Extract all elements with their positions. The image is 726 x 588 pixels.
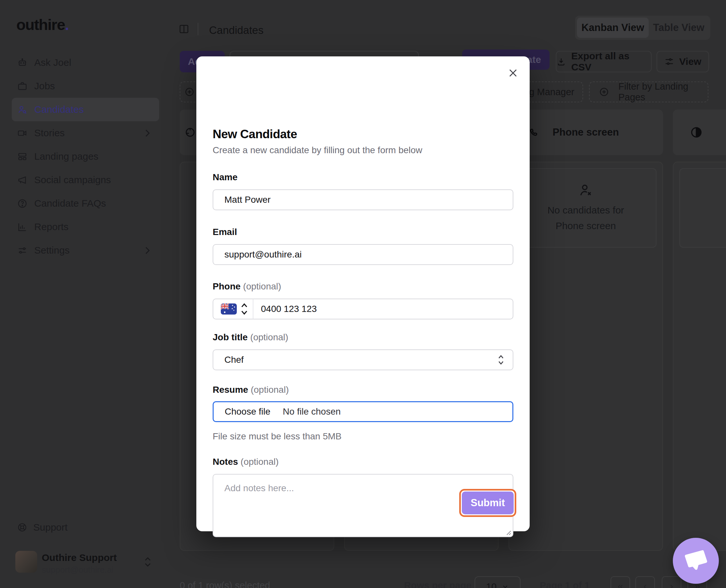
chevron-right-icon — [142, 245, 153, 256]
sidebar-item-jobs[interactable]: Jobs — [12, 74, 159, 98]
sidebar-item-reports[interactable]: Reports — [12, 215, 159, 238]
filter-by-landing-pages-chip[interactable]: Filter by Landing Pages — [589, 82, 708, 102]
job-title-select[interactable]: Chef — [213, 350, 513, 370]
sliders-icon — [17, 245, 28, 256]
sidebar-item-label: Candidates — [34, 104, 84, 115]
kanban-empty-state — [679, 168, 726, 248]
file-status-text: No file chosen — [283, 406, 341, 417]
sidebar-item-candidates[interactable]: Candidates — [12, 98, 159, 121]
email-label: Email — [213, 227, 237, 237]
stage-icon — [184, 126, 196, 138]
new-candidate-modal: New Candidate Create a new candidate by … — [196, 56, 530, 531]
pagination-next-button[interactable]: › — [662, 576, 681, 588]
chat-launcher-button[interactable] — [673, 538, 719, 584]
next-page-icon: › — [670, 581, 673, 588]
resume-file-input[interactable]: Choose file No file chosen — [213, 401, 513, 422]
export-csv-label: Export all as CSV — [571, 50, 651, 73]
job-title-optional-label: (optional) — [250, 332, 288, 342]
view-options-button[interactable]: View — [657, 51, 709, 72]
resize-handle-icon[interactable] — [505, 529, 511, 536]
layout-icon — [17, 151, 28, 162]
sidebar-item-stories[interactable]: Stories — [12, 121, 159, 145]
robot-icon — [17, 57, 28, 68]
column-title: Phone screen — [508, 109, 663, 155]
page-size-select[interactable]: 10 — [475, 576, 521, 588]
name-label: Name — [213, 172, 238, 183]
page-info: Page 1 of 1 — [540, 580, 590, 588]
submit-button[interactable]: Submit — [462, 491, 514, 514]
submit-focus-ring: Submit — [459, 489, 516, 517]
sidebar-item-label: Stories — [34, 127, 65, 139]
sidebar-item-label: Landing pages — [34, 151, 99, 162]
country-select-icon[interactable] — [240, 301, 248, 316]
lifebuoy-icon — [17, 522, 27, 532]
video-camera-icon — [17, 128, 28, 139]
phone-optional-label: (optional) — [243, 281, 281, 291]
sidebar-toggle-icon[interactable] — [178, 23, 189, 35]
phone-label: Phone (optional) — [213, 281, 281, 292]
sidebar-item-settings[interactable]: Settings — [12, 238, 159, 262]
sidebar-item-ask-joel[interactable]: Ask Joel — [12, 51, 159, 74]
sidebar-item-social-campaigns[interactable]: Social campaigns — [12, 168, 159, 192]
kanban-column-header — [673, 109, 726, 155]
user-search-icon — [17, 104, 28, 115]
modal-subtitle: Create a new candidate by filling out th… — [213, 145, 422, 155]
bar-chart-icon — [17, 222, 28, 232]
email-field[interactable] — [213, 244, 513, 265]
sidebar-item-label: Jobs — [34, 81, 55, 91]
sidebar-item-landing-pages[interactable]: Landing pages — [12, 145, 159, 168]
chevron-right-icon — [142, 128, 153, 139]
profile-avatar[interactable] — [15, 551, 37, 573]
plus-circle-icon — [599, 87, 609, 97]
sliders-horizontal-icon — [664, 57, 674, 66]
pagination-first-button[interactable]: « — [610, 576, 630, 588]
rows-per-page-label: Rows per page — [404, 580, 471, 588]
user-x-icon — [578, 182, 593, 198]
empty-state-text: No candidates for Phone screen — [535, 203, 636, 234]
modal-title: New Candidate — [213, 127, 297, 141]
name-field[interactable] — [213, 189, 513, 210]
phone-screen-empty-state: No candidates for Phone screen — [515, 168, 657, 248]
page-title: Candidates — [209, 24, 264, 37]
phone-divider — [253, 299, 254, 319]
profile-name: Outhire Support — [42, 552, 117, 563]
close-icon[interactable] — [507, 67, 519, 79]
australia-flag-icon — [221, 303, 237, 315]
kanban-view-tab[interactable]: Kanban View — [577, 18, 649, 38]
chat-bubble-icon — [680, 547, 712, 575]
choose-file-button[interactable]: Choose file — [225, 406, 270, 417]
briefcase-icon — [17, 81, 28, 91]
export-csv-button[interactable]: Export all as CSV — [556, 51, 652, 72]
sidebar-item-label: Reports — [34, 221, 68, 232]
support-label: Support — [33, 522, 67, 533]
job-title-label: Job title (optional) — [213, 332, 288, 342]
profile-email: support@outhire.ai — [42, 565, 114, 575]
job-title-value: Chef — [224, 355, 244, 365]
resume-label: Resume (optional) — [213, 385, 289, 395]
header-divider — [198, 23, 198, 35]
profile-expand-icon[interactable] — [143, 556, 153, 568]
notes-optional-label: (optional) — [241, 457, 279, 467]
landing-pages-chip-label: Filter by Landing Pages — [618, 81, 708, 103]
help-circle-icon — [17, 198, 28, 209]
prev-page-icon: ‹ — [644, 581, 647, 588]
first-page-icon: « — [618, 581, 623, 588]
view-options-label: View — [679, 56, 702, 67]
table-view-tab[interactable]: Table View — [649, 18, 709, 38]
contrast-icon — [690, 126, 703, 139]
phone-number-value[interactable]: 0400 123 123 — [261, 304, 317, 314]
download-icon — [557, 57, 566, 66]
sidebar-item-candidate-faqs[interactable]: Candidate FAQs — [12, 192, 159, 215]
pagination-prev-button[interactable]: ‹ — [635, 576, 655, 588]
phone-field-container — [213, 298, 513, 319]
file-size-hint: File size must be less than 5MB — [213, 431, 341, 442]
page-size-value: 10 — [486, 582, 497, 588]
resume-optional-label: (optional) — [251, 385, 289, 395]
sidebar-item-label: Settings — [34, 245, 69, 256]
plus-circle-icon — [184, 87, 195, 97]
sidebar-item-support[interactable]: Support — [12, 518, 159, 537]
logo-dot: . — [65, 16, 69, 33]
select-chevrons-icon — [497, 353, 506, 367]
megaphone-icon — [17, 175, 28, 186]
notes-label: Notes (optional) — [213, 457, 279, 467]
